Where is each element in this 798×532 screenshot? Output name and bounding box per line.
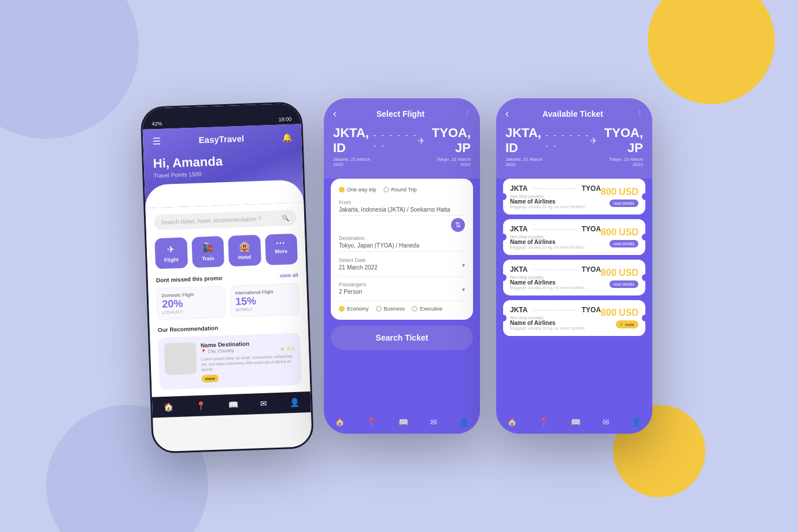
ticket4-route: JKTA TYOA Non-Stop (usually) Name of Air… [510, 306, 601, 330]
search-bar[interactable]: Search ticket, hotel, recommendation ? 🔍 [154, 210, 297, 231]
nav-book-icon[interactable]: 📖 [228, 400, 238, 410]
ticket4-codes: JKTA TYOA [510, 306, 601, 314]
business-radio[interactable] [376, 306, 382, 312]
nav3-mail-icon[interactable]: ✉ [603, 418, 609, 427]
ticket3-read-btn[interactable]: read details [609, 280, 638, 288]
app-body: Search ticket, hotel, recommendation ? 🔍… [145, 202, 310, 397]
more-icon: ••• [276, 239, 286, 246]
ticket3-from-sub: Non-Stop (usually) [510, 275, 601, 279]
passengers-field[interactable]: Passangers 2 Person ▾ [339, 282, 465, 301]
route3-from-city: Jakarta, 21 March 2022 [505, 157, 545, 167]
date-field[interactable]: Select Date 21 March 2022 ▾ [339, 257, 465, 277]
nav3-home-icon[interactable]: 🏠 [507, 418, 517, 427]
ticket3-from-code: JKTA [510, 265, 527, 274]
time-status: 18:00 [279, 116, 292, 123]
ticket3-price-col: 800 USD read details [601, 268, 638, 288]
ticket2-airline: Name of Airlines [510, 239, 601, 245]
cat-more[interactable]: ••• More [265, 234, 298, 265]
route-to-city: Tokyo, 22 March 2022 [426, 157, 471, 167]
nav2-home-icon[interactable]: 🏠 [335, 418, 345, 427]
executive-option[interactable]: Executive [412, 306, 442, 312]
route-from-city: Jakarta, 21 March 2022 [333, 157, 373, 167]
ticket2-to-code: TYOA [582, 225, 601, 233]
nav2-book-icon[interactable]: 📖 [398, 418, 408, 427]
rec-card[interactable]: Name Destination 📍 City, Country ★ 4,5 L… [158, 333, 302, 390]
ticket4-read-btn[interactable]: ✓more [616, 320, 638, 328]
promo-intl[interactable]: International Flight 15% INTRFLY [230, 283, 300, 317]
business-option[interactable]: Business [376, 306, 405, 312]
notch-r-1 [642, 193, 649, 200]
round-trip-radio[interactable] [383, 187, 389, 193]
flight-route-3: JKTA, ID Jakarta, 21 March 2022 - - - - … [505, 125, 643, 179]
cat-flight-label: Flight [164, 257, 179, 263]
route3-to: TYOA, JP Tokyo, 23 March 2022 [598, 125, 643, 167]
one-way-radio[interactable] [339, 187, 345, 193]
ticket1-read-btn[interactable]: read details [609, 200, 638, 207]
nav-home-icon[interactable]: 🏠 [164, 402, 174, 412]
phone-2: ‹ Select Flight ⋮ JKTA, ID Jakarta, 21 M… [324, 98, 480, 434]
more-icon-3[interactable]: ⋮ [637, 110, 643, 117]
destination-value[interactable]: Tokyo, Japan (TYOA) / Haneda [339, 242, 465, 252]
bell-icon[interactable]: 🔔 [282, 132, 293, 142]
nav-profile-icon[interactable]: 👤 [290, 398, 300, 408]
phone3-title: Available Ticket [509, 109, 637, 119]
ticket-card-3[interactable]: JKTA TYOA Non-Stop (usually) Name of Air… [503, 260, 645, 295]
app-title: EasyTravel [198, 134, 244, 145]
plane-icon: ✈ [418, 135, 426, 146]
ticket3-to-code: TYOA [582, 265, 601, 274]
search-ticket-button[interactable]: Search Ticket [331, 326, 473, 350]
ticket3-price: 800 USD [601, 268, 638, 278]
ticket2-read-btn[interactable]: read details [609, 240, 638, 247]
nav2-location-icon[interactable]: 📍 [367, 418, 376, 427]
from-value[interactable]: Jakarta, Indonesia (JKTA) / Soekarno Hat… [339, 206, 465, 216]
one-way-option[interactable]: One way trip [339, 187, 376, 193]
ticket1-route: JKTA TYOA Non-Stop (usually) Name of Air… [510, 184, 601, 209]
ticket2-codes: JKTA TYOA [510, 225, 601, 233]
swap-button[interactable]: ⇅ [451, 218, 465, 232]
phone2-header: ‹ Select Flight ⋮ JKTA, ID Jakarta, 21 M… [324, 98, 480, 179]
view-all-link[interactable]: view all [279, 272, 298, 279]
ticket3-route: JKTA TYOA Non-Stop (usually) Name of Air… [510, 265, 601, 290]
nav2-mail-icon[interactable]: ✉ [430, 418, 437, 427]
ticket3-airline: Name of Airlines [510, 279, 601, 286]
route-divider: - - - - - - - - ✈ [373, 125, 426, 151]
cat-hotel[interactable]: 🏨 Hotel [228, 235, 261, 267]
ticket1-codes: JKTA TYOA [510, 184, 601, 193]
divider-dots-3: - - - - - - - - [545, 130, 589, 151]
nav2-profile-icon[interactable]: 👤 [459, 418, 469, 427]
app-header: ☰ EasyTravel 🔔 Hi, Amanda Travel Points … [143, 124, 304, 208]
notch-r-4 [642, 315, 649, 322]
menu-icon[interactable]: ☰ [152, 136, 161, 147]
flight-icon: ✈ [167, 243, 175, 254]
round-trip-option[interactable]: Round Trip [383, 187, 417, 193]
plane-icon-3: ✈ [590, 135, 598, 146]
date-label: Select Date [339, 257, 378, 263]
ticket-card-4[interactable]: JKTA TYOA Non-Stop (usually) Name of Air… [503, 300, 645, 336]
rec-thumbnail [164, 342, 197, 375]
cat-flight[interactable]: ✈ Flight [154, 237, 187, 269]
executive-radio[interactable] [412, 306, 418, 312]
train-icon: 🚂 [202, 242, 214, 254]
promo-domestic[interactable]: Domestic Flight 20% LOCALFLY [156, 286, 226, 320]
cat-train[interactable]: 🚂 Train [191, 236, 224, 268]
nav3-location-icon[interactable]: 📍 [539, 418, 549, 427]
nav3-book-icon[interactable]: 📖 [571, 418, 581, 427]
more-icon[interactable]: ⋮ [464, 110, 471, 117]
one-way-label: One way trip [347, 187, 376, 193]
ticket2-route: JKTA TYOA Non-Stop (usually) Name of Air… [510, 225, 601, 249]
divider-dots: - - - - - - - - [373, 130, 417, 151]
nav-location-icon[interactable]: 📍 [195, 401, 206, 411]
nav3-profile-icon[interactable]: 👤 [631, 418, 641, 427]
notch-r-2 [642, 234, 649, 241]
ticket-card-1[interactable]: JKTA TYOA Non-Stop (usually) Name of Air… [503, 179, 645, 215]
economy-option[interactable]: Economy [339, 306, 369, 312]
rec-more-button[interactable]: more [202, 375, 219, 383]
cat-more-label: More [275, 248, 287, 254]
trip-type-row: One way trip Round Trip [339, 187, 465, 193]
ticket1-divider [533, 189, 575, 189]
ticket4-airline: Name of Airlines [510, 320, 601, 326]
economy-radio[interactable] [339, 306, 345, 312]
ticket-card-2[interactable]: JKTA TYOA Non-Stop (usually) Name of Air… [503, 219, 645, 255]
notch-l-1 [500, 193, 507, 200]
nav-mail-icon[interactable]: ✉ [260, 399, 268, 408]
